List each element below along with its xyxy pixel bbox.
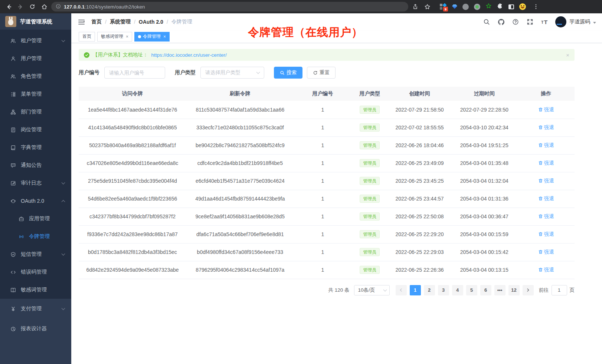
sidebar-item[interactable]: 菜单管理	[0, 85, 71, 103]
sidebar-item[interactable]: 用户管理	[0, 50, 71, 67]
reset-button[interactable]: 重置	[307, 67, 336, 79]
bookmark-star-icon[interactable]	[422, 2, 432, 11]
sidebar-item[interactable]: 报表设计器	[0, 319, 71, 339]
browser-home-icon[interactable]	[39, 2, 49, 11]
force-logout-button[interactable]: 强退	[538, 178, 554, 184]
page-tab[interactable]: 令牌管理 ×	[134, 32, 170, 42]
sidebar-item[interactable]: 岗位管理	[0, 121, 71, 139]
user-menu[interactable]: 芋道源码	[555, 16, 596, 27]
user-avatar	[555, 16, 566, 27]
browser-forward-icon[interactable]	[16, 2, 25, 11]
sidebar-item[interactable]: 租户管理	[0, 32, 71, 50]
fullscreen-icon[interactable]	[526, 18, 534, 26]
breadcrumb-item[interactable]: OAuth 2.0 /	[139, 19, 171, 25]
goto-page-input[interactable]	[552, 285, 567, 295]
force-logout-button[interactable]: 强退	[538, 142, 554, 149]
force-logout-button[interactable]: 强退	[538, 160, 554, 166]
page-button[interactable]: 3	[438, 285, 449, 295]
sidebar-item[interactable]: 应用管理	[0, 210, 71, 228]
page-button[interactable]: 2	[424, 285, 435, 295]
tab-close-icon[interactable]: ×	[163, 34, 166, 39]
force-logout-button[interactable]: 强退	[538, 231, 554, 238]
address-bar[interactable]: 127.0.0.1:1024/system/oauth2/token	[51, 2, 408, 11]
tab-close-icon[interactable]: ×	[126, 34, 128, 39]
chevron-icon	[62, 39, 65, 42]
search-icon[interactable]	[483, 18, 490, 26]
expire-time-cell: 2022-07-29 22:28:50	[451, 101, 517, 119]
force-logout-button[interactable]: 强退	[538, 267, 554, 273]
sidebar-collapse-icon[interactable]	[77, 18, 85, 26]
site-info-icon[interactable]	[56, 4, 61, 10]
page-button[interactable]: 12	[508, 285, 520, 295]
sidebar-item-label: 错误码管理	[21, 269, 47, 275]
green-star-extension-icon[interactable]	[485, 3, 492, 10]
search-button[interactable]: 搜索	[274, 67, 302, 79]
sidebar-item[interactable]: 短信管理	[0, 245, 71, 263]
user-type-badge: 管理员	[360, 106, 380, 114]
user-id-input[interactable]	[104, 67, 165, 79]
extension-blocks-icon[interactable]: 9	[439, 3, 447, 10]
doc-link[interactable]: https://doc.iocoder.cn/user-center/	[151, 52, 227, 58]
sidebar-item[interactable]: OAuth 2.0	[0, 192, 71, 210]
force-logout-button[interactable]: 强退	[538, 249, 554, 255]
access-token-cell: 54d6be82ee5a460a9aedc1f9bf223656	[79, 190, 186, 208]
force-logout-button[interactable]: 强退	[538, 213, 554, 220]
browser-menu-kebab-icon[interactable]	[531, 2, 541, 11]
access-token-cell: 275e5de9151045fe87cbdc395e004f4d	[79, 172, 186, 190]
gray-extension-icon[interactable]	[462, 4, 469, 10]
sidebar-item[interactable]: 部门管理	[0, 103, 71, 121]
breadcrumb-item[interactable]: 系统管理 /	[110, 19, 139, 25]
page-size-select[interactable]: 10条/页	[354, 285, 390, 295]
app-logo-row[interactable]: 芋道管理系统	[0, 13, 71, 30]
share-icon[interactable]	[410, 2, 420, 11]
page-tab[interactable]: 敏感词管理 ×	[97, 32, 132, 42]
table-row: 41c41346a548490f9dc8b01c6bfe0865 333ecfc…	[79, 119, 575, 136]
page-tab[interactable]: 首页 ×	[79, 32, 95, 42]
force-logout-button[interactable]: 强退	[538, 124, 554, 131]
green-dot-extension-icon[interactable]	[474, 4, 480, 10]
page-button[interactable]: 5	[466, 285, 477, 295]
force-logout-button[interactable]: 强退	[538, 195, 554, 202]
sidebar-item[interactable]: 审计日志	[0, 174, 71, 192]
app-title: 芋道管理系统	[20, 18, 52, 25]
github-icon[interactable]	[497, 18, 505, 26]
help-icon[interactable]	[512, 18, 519, 26]
breadcrumb-item[interactable]: 首页 /	[91, 19, 110, 25]
profile-emoji-icon[interactable]	[519, 3, 526, 10]
sidebar-item[interactable]: 敏感词管理	[0, 281, 71, 299]
user-type-cell: 管理员	[351, 261, 388, 279]
extensions-area: 9	[439, 2, 541, 11]
alert-close-icon[interactable]: ×	[566, 52, 569, 58]
sidebar-item[interactable]: 通知公告	[0, 156, 71, 174]
gem-extension-icon[interactable]	[452, 4, 457, 9]
user-type-badge: 管理员	[360, 141, 380, 149]
page-button[interactable]: 6	[480, 285, 491, 295]
puzzle-extensions-icon[interactable]	[497, 3, 503, 10]
font-size-icon[interactable]: TT	[541, 18, 548, 26]
sidebar-item[interactable]: 字典管理	[0, 139, 71, 156]
column-header: 过期时间	[451, 87, 517, 101]
browser-reload-icon[interactable]	[27, 2, 37, 11]
sidebar-item[interactable]: 角色管理	[0, 67, 71, 85]
refresh-token-cell: 49d1aa46d1454fbd87591444423be9fa	[186, 190, 294, 208]
breadcrumb-item[interactable]: 令牌管理 /	[171, 19, 192, 25]
force-logout-button[interactable]: 强退	[538, 106, 554, 113]
expire-time-cell: 2054-03-04 19:51:25	[451, 136, 517, 154]
page-button[interactable]: 1	[410, 285, 421, 295]
sidebar-item[interactable]: 令牌管理	[0, 228, 71, 245]
trash-icon	[538, 125, 543, 130]
doc-alert: 【用户体系】文档地址： https://doc.iocoder.cn/user-…	[79, 49, 575, 61]
next-page-button[interactable]	[523, 285, 534, 295]
prev-page-button[interactable]	[396, 285, 407, 295]
sidebar-item[interactable]: 支付管理	[0, 299, 71, 319]
page-button[interactable]: 4	[452, 285, 463, 295]
user-type-badge: 管理员	[360, 248, 380, 256]
user-type-select[interactable]: 请选择用户类型	[200, 67, 264, 79]
action-cell: 强退	[517, 172, 575, 190]
browser-back-icon[interactable]	[4, 2, 13, 11]
split-screen-icon[interactable]	[508, 4, 514, 9]
sidebar-item[interactable]: 错误码管理	[0, 263, 71, 281]
token-table: 访问令牌刷新令牌用户编号用户类型创建时间过期时间操作 1ea5e44f8bc14…	[79, 87, 575, 279]
access-token-cell: c342377bf8b344799dcbf7bf095287f2	[79, 208, 186, 225]
page-button[interactable]: •••	[494, 285, 506, 295]
